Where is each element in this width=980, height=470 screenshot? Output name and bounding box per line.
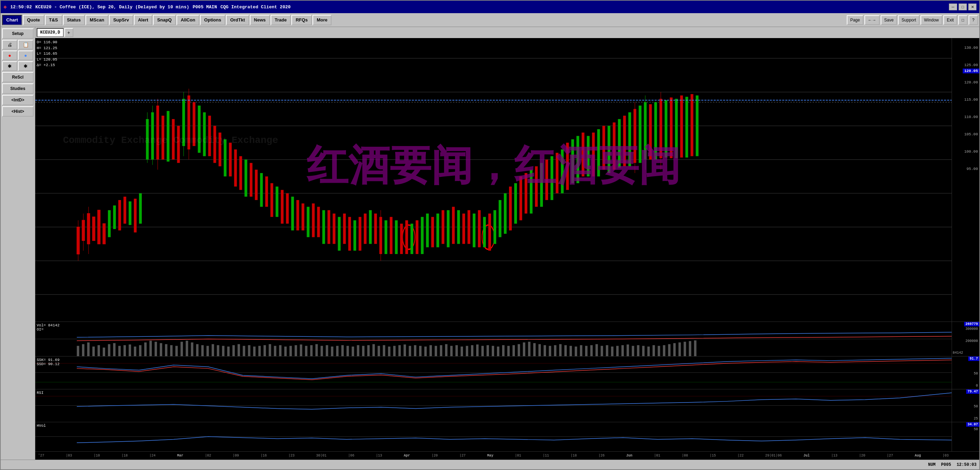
help-button[interactable]: ? [969,15,978,25]
svg-rect-242 [565,345,567,356]
svg-rect-187 [279,345,282,356]
star1-button[interactable]: ✱ [2,61,17,71]
svg-rect-220 [450,346,453,356]
x-label-aug: Aug [915,454,921,457]
svg-rect-56 [275,186,278,217]
clipboard-button[interactable]: 📋 [18,40,33,49]
red-tool-button[interactable]: ● [2,51,17,60]
svg-rect-172 [201,345,204,356]
menu-allcon[interactable]: AllCon [177,15,199,25]
svg-rect-95 [462,213,465,244]
svg-rect-89 [431,217,434,247]
chart-tab-kceu20[interactable]: KCEU20,D [37,28,64,37]
main-price-scale: 130.00 125.00 120.05 120.00 115.00 110.0… [951,38,979,322]
svg-rect-206 [377,346,380,356]
menu-ts[interactable]: T&S [45,15,62,25]
rsi-level-25: 25 [974,417,978,421]
menu-chart[interactable]: Chart [2,15,22,25]
svg-rect-185 [269,344,271,356]
status-bar: NUM P005 12:50:03 [1,460,979,469]
main-chart-canvas[interactable]: O= 116.90 H= 121.25 L= 116.65 L= 120.05 … [35,38,951,322]
menu-quote[interactable]: Quote [23,15,44,25]
minimize-button[interactable]: ─ [949,3,957,10]
menu-alert[interactable]: Alert [134,15,153,25]
status-page: P005 [941,462,951,467]
price-105: 105.00 [964,132,978,136]
menu-options[interactable]: Options [200,15,225,25]
menu-supsrv[interactable]: SupSrv [109,15,133,25]
svg-rect-79 [390,217,392,254]
svg-rect-257 [642,346,645,356]
exit-button[interactable]: Exit [943,15,957,25]
svg-rect-42 [203,113,206,156]
maximize-button[interactable]: □ [959,3,967,10]
menu-trade[interactable]: Trade [270,15,291,25]
svg-rect-208 [388,346,390,356]
x-label-20b: |20 [859,454,865,457]
star2-button[interactable]: ✱ [18,61,33,71]
intd-button[interactable]: <IntD> [2,95,33,105]
svg-rect-115 [566,143,569,190]
rescl-button[interactable]: ReScl [2,72,33,82]
stochastic-label: SSK= 91.69 SSD= 90.12 [37,358,59,366]
menu-rfqs[interactable]: RFQs [291,15,312,25]
price-100: 100.00 [964,150,978,154]
x-label-13: |13 [376,454,382,457]
volume-chart: Vol= 84142 OI= [35,322,979,356]
close-button[interactable]: ✕ [968,3,977,10]
svg-rect-227 [487,345,489,356]
setup-button[interactable]: Setup [2,29,33,39]
arrow-button[interactable]: ←→ [864,15,880,25]
save-button[interactable]: Save [881,15,897,25]
svg-rect-85 [410,223,413,254]
svg-rect-247 [590,345,593,356]
svg-rect-190 [294,345,297,356]
menu-news[interactable]: News [250,15,270,25]
rsi-canvas[interactable]: RSI RSI= 79.47 [35,389,951,422]
print-button[interactable]: 🖨 [2,40,17,49]
svg-rect-263 [673,343,676,356]
svg-rect-225 [476,344,479,356]
studies-button[interactable]: Studies [2,83,33,94]
svg-rect-181 [248,345,251,356]
menu-snapq[interactable]: SnapQ [153,15,176,25]
svg-rect-90 [436,213,439,247]
svg-rect-177 [228,346,230,356]
svg-rect-148 [77,346,79,356]
svg-rect-195 [320,346,323,356]
window-button[interactable]: Window [921,15,942,25]
svg-rect-98 [478,210,480,247]
x-label-27c: |27 [887,454,893,457]
svg-rect-75 [374,213,377,244]
title-bar-left: ❖ 12:50:02 KCEU20 - Coffee (ICE), Sep 20… [3,3,291,10]
stoch-level-50: 50 [974,372,978,376]
blue-tool-button[interactable]: ● [18,51,33,60]
svg-rect-259 [653,345,655,356]
volume-current-tag: 269779 [964,322,979,327]
menu-ordtkt[interactable]: OrdTkt [226,15,249,25]
x-label-02: |02 [205,454,211,457]
hist-button[interactable]: <Hist> [2,106,33,116]
volume-canvas[interactable]: Vol= 84142 OI= [35,322,951,356]
restore-button[interactable]: □ [958,15,967,25]
x-label-09: |09 [233,454,239,457]
stochastic-canvas[interactable]: SSK= 91.69 SSD= 90.12 [35,357,951,389]
hvol-canvas[interactable]: HVol HVOL= 34.07 [35,422,951,451]
menu-mscan[interactable]: MScan [86,15,108,25]
last-label: L= 120.05 [37,57,57,63]
page-button[interactable]: Page [847,15,863,25]
x-label-16: |16 [261,454,267,457]
x-label-20: |20 [431,454,438,457]
x-label-18: |18 [121,454,128,457]
x-label-06: |06 [348,454,354,457]
support-button[interactable]: Support [898,15,920,25]
menu-status[interactable]: Status [63,15,85,25]
menu-more[interactable]: More [312,15,331,25]
svg-rect-200 [347,346,349,356]
svg-rect-256 [637,345,640,356]
svg-rect-70 [348,217,351,251]
add-chart-button[interactable]: + [64,28,73,37]
svg-rect-193 [310,345,312,356]
svg-rect-60 [296,200,299,231]
x-label-01b: |01 [654,454,660,457]
